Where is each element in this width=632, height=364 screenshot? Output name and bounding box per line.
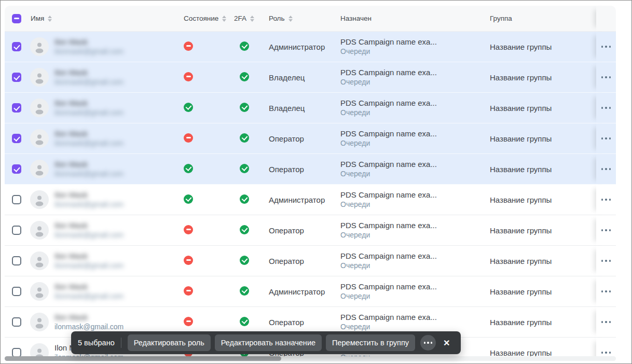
assigned-queues-link[interactable]: Очереди	[340, 108, 486, 118]
sort-icon[interactable]	[250, 16, 254, 22]
assigned-queues-link[interactable]: Очереди	[340, 230, 486, 240]
row-checkbox[interactable]	[12, 226, 21, 235]
assigned-queues-link[interactable]: Очереди	[340, 322, 486, 332]
user-name: Ilon Mask	[54, 37, 123, 47]
ellipsis-icon[interactable]	[600, 226, 612, 234]
twofa-enabled-icon	[240, 194, 249, 204]
status-icon	[184, 225, 193, 234]
row-menu-button[interactable]	[596, 246, 616, 276]
edit-role-button[interactable]: Редактировать роль	[128, 334, 211, 351]
assigned-queues-link[interactable]: Очереди	[340, 200, 486, 209]
assigned-campaign: PDS Campaign name exa...	[340, 251, 486, 261]
user-email: ilonmask@gmail.com	[54, 138, 123, 148]
status-icon	[184, 194, 193, 204]
row-checkbox[interactable]	[12, 134, 21, 143]
user-name: Ilon Mask	[54, 251, 123, 261]
row-checkbox[interactable]	[12, 164, 21, 174]
sort-icon[interactable]	[288, 16, 293, 22]
name-cell: Ilon Mask ilonmask@gmail.com	[5, 129, 180, 148]
user-email: ilonmask@gmail.com	[54, 108, 123, 118]
row-checkbox[interactable]	[12, 42, 21, 51]
table-row[interactable]: Ilon Mask ilonmask@gmail.com Владелец PD…	[5, 93, 616, 123]
ellipsis-icon[interactable]	[600, 43, 612, 51]
assigned-queues-link[interactable]: Очереди	[340, 261, 486, 271]
select-all-checkbox[interactable]	[12, 14, 21, 23]
column-header-2fa[interactable]: 2FA	[230, 15, 265, 22]
status-cell	[180, 41, 230, 52]
status-cell	[180, 317, 230, 328]
row-menu-button[interactable]	[596, 93, 616, 123]
table-row[interactable]: Ilon Mask ilonmask@gmail.com Оператор PD…	[5, 215, 616, 246]
column-header-name[interactable]: Имя	[5, 14, 180, 23]
row-checkbox[interactable]	[12, 256, 21, 265]
sort-icon[interactable]	[222, 16, 226, 22]
row-menu-button[interactable]	[596, 62, 616, 92]
ellipsis-icon[interactable]	[600, 195, 612, 204]
ellipsis-icon[interactable]	[600, 165, 612, 173]
role-text: Оператор	[269, 257, 304, 265]
table-row[interactable]: Ilon Mask ilonmask@gmail.com Владелец PD…	[5, 62, 616, 93]
group-cell: Название группы	[486, 104, 596, 113]
assigned-campaign: PDS Campaign name exa...	[340, 190, 486, 200]
role-cell: Владелец	[265, 73, 336, 82]
row-checkbox[interactable]	[12, 348, 21, 356]
assigned-queues-link[interactable]: Очереди	[340, 169, 486, 179]
more-actions-button[interactable]	[420, 335, 436, 351]
row-menu-button[interactable]	[596, 276, 616, 306]
row-menu-button[interactable]	[596, 185, 616, 215]
group-name: Название группы	[490, 73, 552, 82]
ellipsis-icon[interactable]	[600, 257, 612, 265]
row-checkbox[interactable]	[12, 317, 21, 327]
table-row[interactable]: Ilon Mask ilonmask@gmail.com Оператор PD…	[5, 246, 616, 276]
table-row[interactable]: Ilon Mask ilonmask@gmail.com Администрат…	[5, 32, 616, 62]
sort-icon[interactable]	[48, 16, 52, 22]
table-header: Имя Состояние 2FA	[5, 6, 616, 32]
twofa-enabled-icon	[240, 103, 249, 112]
twofa-cell	[230, 164, 265, 175]
row-menu-button[interactable]	[596, 123, 616, 153]
twofa-cell	[230, 103, 265, 114]
row-menu-button[interactable]	[596, 154, 616, 184]
ellipsis-icon[interactable]	[600, 287, 612, 296]
status-cell	[180, 225, 230, 236]
move-to-group-button[interactable]: Переместить в группу	[326, 334, 415, 351]
horizontal-scrollbar-track[interactable]	[5, 356, 616, 361]
assigned-queues-link[interactable]: Очереди	[340, 291, 486, 301]
row-checkbox[interactable]	[12, 287, 21, 296]
assigned-cell: PDS Campaign name exa... Очереди	[336, 98, 486, 118]
table-row[interactable]: Ilon Mask ilonmask@gmail.com Оператор PD…	[5, 154, 616, 185]
user-email: ilonmask@gmail.com	[54, 230, 123, 240]
ellipsis-icon[interactable]	[600, 348, 612, 356]
column-header-role[interactable]: Роль	[265, 15, 336, 22]
row-checkbox[interactable]	[12, 195, 21, 204]
avatar	[30, 160, 49, 178]
group-name: Название группы	[490, 226, 552, 235]
row-menu-button[interactable]	[596, 307, 616, 337]
assigned-cell: PDS Campaign name exa... Очереди	[336, 220, 486, 240]
row-menu-button[interactable]	[596, 338, 616, 356]
assigned-queues-link[interactable]: Очереди	[340, 47, 486, 57]
table-row[interactable]: Ilon Mask ilonmask@gmail.com Оператор PD…	[5, 123, 616, 154]
table-row[interactable]: Ilon Mask ilonmask@gmail.com Администрат…	[5, 276, 616, 307]
close-toolbar-button[interactable]: ✕	[439, 336, 454, 350]
table-row[interactable]: Ilon Mask ilonmask@gmail.com Администрат…	[5, 185, 616, 215]
ellipsis-icon[interactable]	[600, 134, 612, 143]
ellipsis-icon[interactable]	[600, 73, 612, 81]
row-menu-button[interactable]	[596, 32, 616, 62]
user-name: Ilon Mask	[54, 159, 123, 169]
status-cell	[180, 194, 230, 205]
horizontal-scrollbar-thumb[interactable]	[5, 356, 281, 361]
assigned-queues-link[interactable]: Очереди	[340, 77, 486, 87]
status-cell	[180, 133, 230, 144]
assigned-queues-link[interactable]: Очереди	[340, 138, 486, 148]
ellipsis-icon[interactable]	[600, 318, 612, 326]
twofa-enabled-icon	[240, 225, 249, 234]
column-header-status[interactable]: Состояние	[180, 15, 230, 22]
edit-assignment-button[interactable]: Редактировать назначение	[215, 334, 322, 351]
row-checkbox[interactable]	[12, 73, 21, 82]
row-checkbox[interactable]	[12, 103, 21, 113]
status-cell	[180, 164, 230, 175]
status-icon	[184, 133, 193, 143]
ellipsis-icon[interactable]	[600, 104, 612, 112]
row-menu-button[interactable]	[596, 215, 616, 245]
